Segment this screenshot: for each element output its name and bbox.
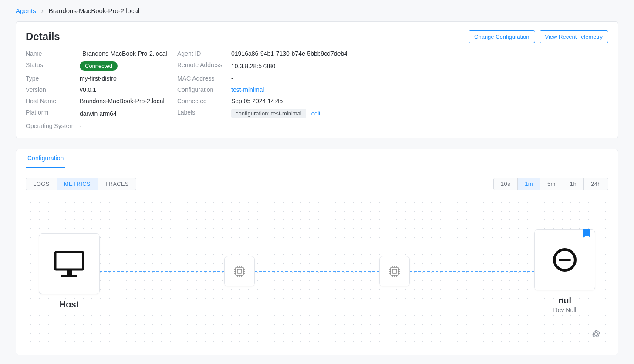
time-range-selector: 10s1m5m1h24h <box>493 178 608 190</box>
status-badge: Connected <box>80 61 118 71</box>
svg-rect-0 <box>55 252 83 270</box>
monitor-icon <box>54 250 85 277</box>
bookmark-icon <box>583 229 590 238</box>
cpu-icon <box>387 264 402 279</box>
detail-value: test-minimal <box>231 86 608 93</box>
detail-label: Connected <box>177 98 229 104</box>
detail-label: Labels <box>177 109 229 118</box>
time-range-1m[interactable]: 1m <box>518 178 540 190</box>
destination-node-sublabel: Dev Null <box>553 307 577 313</box>
processor-node-1[interactable] <box>224 256 255 286</box>
destination-node-null[interactable]: nul Dev Null <box>534 229 595 313</box>
detail-label: Host Name <box>26 98 78 104</box>
time-range-24h[interactable]: 24h <box>584 178 608 190</box>
view-recent-telemetry-button[interactable]: View Recent Telemetry <box>540 30 608 43</box>
detail-value: 01916a86-94b1-7130-b74e-5bbb9cd7deb4 <box>231 50 608 57</box>
detail-label: Name <box>26 50 78 57</box>
detail-label: Agent ID <box>177 50 229 57</box>
detail-value <box>231 122 608 129</box>
detail-label: Configuration <box>177 86 229 93</box>
detail-value: configuration: test-minimaledit <box>231 109 608 118</box>
time-range-10s[interactable]: 10s <box>494 178 518 190</box>
processor-node-2[interactable] <box>379 256 410 286</box>
chevron-right-icon: › <box>41 7 44 14</box>
details-card: Details Change Configuration View Recent… <box>16 21 618 138</box>
detail-value: Brandons-MacBook-Pro-2.local <box>80 50 175 57</box>
connector-line <box>100 271 224 272</box>
detail-label <box>177 122 229 129</box>
time-range-5m[interactable]: 5m <box>540 178 563 190</box>
cpu-icon <box>232 264 247 279</box>
detail-value: Sep 05 2024 14:45 <box>231 98 608 104</box>
change-configuration-button[interactable]: Change Configuration <box>469 30 535 43</box>
source-node-label: Host <box>60 300 79 310</box>
configuration-card: Configuration LOGSMETRICSTRACES 10s1m5m1… <box>16 149 618 355</box>
detail-label: Type <box>26 75 78 82</box>
detail-value: - <box>231 75 608 82</box>
details-title: Details <box>26 30 60 43</box>
detail-value: darwin arm64 <box>80 109 175 118</box>
configuration-link[interactable]: test-minimal <box>231 86 264 93</box>
detail-label: Operating System <box>26 122 78 129</box>
pipeline-canvas: Host <box>26 197 608 345</box>
detail-label: Status <box>26 61 78 71</box>
destination-node-label: nul <box>558 296 571 306</box>
data-type-traces[interactable]: TRACES <box>98 178 136 190</box>
source-node-host[interactable]: Host <box>39 233 100 310</box>
data-type-metrics[interactable]: METRICS <box>57 178 98 190</box>
svg-rect-18 <box>392 269 397 273</box>
detail-label: MAC Address <box>177 75 229 82</box>
detail-value: - <box>80 122 175 129</box>
breadcrumb: Agents › Brandons-MacBook-Pro-2.local <box>16 7 618 14</box>
label-chip: configuration: test-minimal <box>231 109 306 118</box>
data-type-logs[interactable]: LOGS <box>26 178 57 190</box>
detail-value: my-first-distro <box>80 75 175 82</box>
detail-label: Remote Address <box>177 61 229 71</box>
connector-line <box>410 271 534 272</box>
edit-labels-link[interactable]: edit <box>311 110 320 117</box>
detail-value: 10.3.8.28:57380 <box>231 61 608 71</box>
pipeline-settings-button[interactable] <box>592 330 600 338</box>
svg-rect-2 <box>61 275 77 277</box>
detail-label: Platform <box>26 109 78 118</box>
detail-value: v0.0.1 <box>80 86 175 93</box>
svg-rect-4 <box>237 269 242 273</box>
gear-icon <box>592 330 600 338</box>
data-type-selector: LOGSMETRICSTRACES <box>26 178 136 190</box>
config-tab-bar: Configuration <box>16 149 618 168</box>
null-circle-icon <box>552 247 577 273</box>
breadcrumb-current: Brandons-MacBook-Pro-2.local <box>49 7 139 14</box>
connector-line <box>255 271 379 272</box>
breadcrumb-root-link[interactable]: Agents <box>16 7 36 14</box>
tab-configuration[interactable]: Configuration <box>26 149 65 168</box>
time-range-1h[interactable]: 1h <box>563 178 584 190</box>
detail-value: Brandons-MacBook-Pro-2.local <box>80 98 175 104</box>
svg-rect-17 <box>391 267 398 275</box>
detail-value: Connected <box>80 61 175 71</box>
detail-label: Version <box>26 86 78 93</box>
svg-rect-3 <box>236 267 243 275</box>
svg-rect-1 <box>67 270 72 275</box>
